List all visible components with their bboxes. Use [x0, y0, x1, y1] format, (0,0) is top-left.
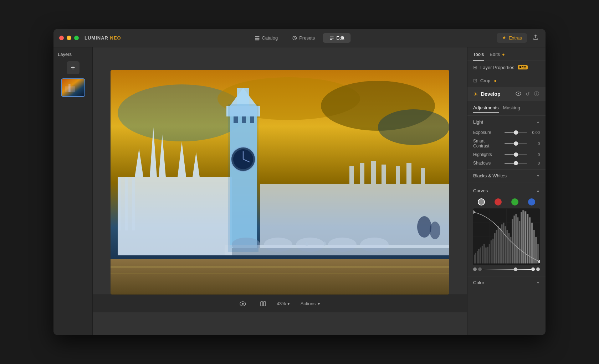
svg-rect-98 — [522, 210, 524, 263]
develop-reset-button[interactable]: ↺ — [525, 90, 531, 98]
curves-mid-handle[interactable] — [514, 267, 517, 271]
svg-rect-9 — [65, 86, 75, 92]
light-section-title: Light — [473, 119, 483, 125]
color-section-header[interactable]: Color ▼ — [467, 276, 546, 289]
layers-title: Layers — [56, 52, 72, 57]
svg-point-107 — [538, 260, 540, 263]
exposure-slider-row: Exposure 0.00 — [467, 128, 546, 137]
presets-nav-button[interactable]: Presets — [286, 33, 321, 43]
edits-tab[interactable]: Edits ● — [490, 52, 505, 61]
svg-rect-83 — [496, 230, 497, 263]
layer-properties-icon: ⊞ — [473, 64, 477, 70]
svg-rect-48 — [421, 168, 425, 184]
title-bar: LUMINAR NEO Catalog Presets Edit Extras — [53, 29, 546, 47]
shadows-thumb[interactable] — [514, 161, 518, 165]
svg-rect-100 — [527, 214, 528, 263]
light-section: Light ▲ Exposure 0.00 Smart Contrast — [467, 116, 546, 170]
svg-rect-45 — [382, 165, 386, 184]
zoom-chevron-icon[interactable]: ▾ — [287, 301, 290, 306]
color-expand-icon: ▼ — [536, 281, 540, 285]
share-button[interactable] — [531, 33, 540, 43]
shadows-slider[interactable] — [505, 163, 527, 164]
actions-label: Actions — [301, 301, 316, 306]
adjustments-tab[interactable]: Adjustments — [473, 104, 499, 113]
svg-rect-95 — [517, 217, 518, 263]
svg-point-58 — [242, 303, 244, 305]
adjustments-masking-tabs: Adjustments Masking — [467, 101, 546, 116]
curves-green-channel[interactable] — [511, 198, 518, 206]
smart-contrast-value: 0 — [530, 141, 540, 146]
curves-black-point[interactable] — [473, 267, 477, 271]
layer-thumbnail[interactable] — [61, 78, 85, 97]
edit-label: Edit — [336, 35, 344, 41]
curves-low-handle[interactable] — [478, 267, 482, 271]
visibility-toggle-button[interactable] — [236, 299, 250, 308]
app-window: LUMINAR NEO Catalog Presets Edit Extras — [53, 29, 546, 335]
smart-contrast-slider[interactable] — [505, 143, 527, 144]
traffic-lights — [59, 36, 79, 40]
curves-range-slider[interactable] — [478, 269, 535, 270]
nav-buttons: Catalog Presets Edit — [248, 33, 350, 43]
highlights-label: Highlights — [473, 152, 502, 157]
svg-rect-60 — [263, 302, 266, 306]
svg-rect-47 — [406, 163, 411, 184]
smart-contrast-slider-row: Smart Contrast 0 — [467, 137, 546, 150]
exposure-thumb[interactable] — [514, 130, 518, 135]
curves-header[interactable]: Curves ▲ — [467, 186, 546, 196]
share-icon — [533, 35, 538, 40]
smart-contrast-thumb[interactable] — [514, 141, 518, 146]
curves-collapse-icon: ▲ — [536, 189, 540, 193]
presets-icon — [292, 36, 297, 41]
exposure-label: Exposure — [473, 130, 502, 135]
highlights-value: 0 — [530, 152, 540, 157]
tools-tab[interactable]: Tools — [473, 52, 484, 61]
light-section-header[interactable]: Light ▲ — [467, 116, 546, 128]
svg-rect-79 — [489, 244, 490, 264]
blacks-whites-expand-icon: ▼ — [536, 174, 540, 178]
curves-blue-channel[interactable] — [528, 198, 535, 206]
develop-eye-icon — [516, 92, 521, 96]
develop-info-button[interactable]: ⓘ — [533, 90, 540, 98]
edit-icon — [329, 36, 334, 41]
exposure-slider[interactable] — [505, 132, 527, 133]
actions-button[interactable]: Actions ▾ — [297, 299, 324, 308]
develop-visibility-button[interactable] — [515, 90, 522, 98]
curves-high-handle[interactable] — [531, 267, 535, 271]
curves-histogram[interactable] — [473, 208, 540, 265]
catalog-nav-button[interactable]: Catalog — [248, 33, 284, 43]
add-layer-button[interactable]: + — [67, 61, 80, 74]
curves-red-channel[interactable] — [495, 198, 502, 206]
pro-badge: PRO — [518, 65, 528, 69]
svg-rect-32 — [118, 177, 121, 230]
svg-rect-52 — [228, 104, 258, 252]
minimize-button[interactable] — [67, 36, 71, 40]
curves-section: Curves ▲ — [467, 182, 546, 276]
svg-rect-51 — [111, 273, 449, 274]
svg-rect-70 — [474, 255, 475, 264]
compare-icon — [260, 301, 266, 306]
highlights-slider[interactable] — [505, 154, 527, 155]
close-button[interactable] — [59, 36, 64, 40]
svg-rect-59 — [261, 302, 263, 306]
svg-rect-75 — [482, 246, 483, 264]
highlights-thumb[interactable] — [514, 152, 518, 157]
svg-rect-84 — [498, 226, 499, 263]
crop-item[interactable]: ⊡ Crop ● — [467, 74, 546, 87]
presets-label: Presets — [299, 35, 315, 41]
crop-icon: ⊡ — [473, 78, 477, 83]
svg-point-14 — [378, 109, 449, 145]
eye-icon — [240, 301, 246, 306]
zoom-value: 43% — [277, 301, 286, 306]
masking-tab[interactable]: Masking — [503, 104, 520, 113]
edit-nav-button[interactable]: Edit — [323, 33, 350, 43]
layer-properties-item[interactable]: ⊞ Layer Properties PRO — [467, 61, 546, 74]
fullscreen-button[interactable] — [74, 36, 79, 40]
extras-button[interactable]: Extras — [497, 33, 527, 43]
curves-white-point[interactable] — [536, 267, 540, 271]
svg-rect-1 — [255, 38, 259, 39]
blacks-whites-section-header[interactable]: Blacks & Whites ▼ — [467, 170, 546, 182]
compare-view-button[interactable] — [257, 299, 270, 308]
curves-rgb-channel[interactable] — [478, 198, 485, 206]
crop-label: Crop — [480, 78, 490, 83]
svg-rect-72 — [477, 251, 478, 264]
